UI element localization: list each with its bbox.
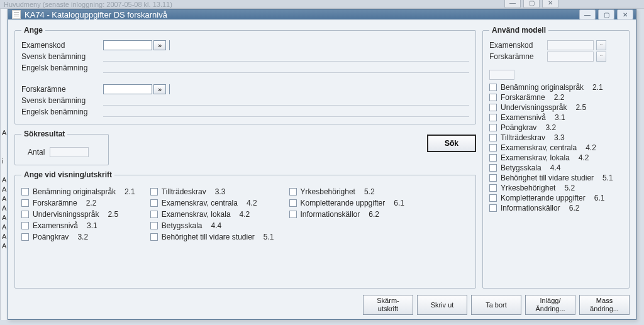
checkbox[interactable] [150,199,158,207]
window-controls: — ▢ ✕ [579,9,633,19]
visning-row: Yrkesbehörighet5.2 [289,187,404,197]
checkbox-label: Behörighet till vidare studier [501,174,594,182]
modell-row: Kompletterande uppgifter6.1 [489,193,623,203]
svensk-benamning-field-1 [103,52,469,62]
checkbox-label: Forskarämne [501,93,545,102]
background-list-item: A [1,185,8,194]
checkbox[interactable] [489,204,497,212]
checkbox[interactable] [21,233,29,241]
checkbox[interactable] [489,84,497,91]
checkbox-number: 3.2 [77,233,88,241]
modell-legend: Använd modell [489,26,548,35]
parent-maximize-button[interactable]: ▢ [523,0,540,8]
modell-stub-field [489,70,514,80]
modell-fieldset: Använd modell Examenskod ·· Forskarämne … [482,26,630,289]
forskaramne-input[interactable] [103,84,152,94]
modell-row: Benämning originalspråk2.1 [489,82,623,92]
engelsk-benamning-field-1 [103,63,469,73]
background-list-item: A [1,194,8,204]
forskaramne-picker-button[interactable]: » [153,84,166,94]
checkbox-label: Betygsskala [162,221,203,230]
checkbox-number: 2.5 [108,210,118,219]
checkbox[interactable] [489,94,497,101]
visning-column: Tillträdeskrav3.3Examenskrav, centrala4.… [150,187,274,242]
checkbox[interactable] [489,184,497,192]
checkbox-number: 5.1 [602,174,613,182]
visning-row: Behörighet till vidare studier5.1 [150,232,274,242]
checkbox[interactable] [21,188,29,196]
checkbox[interactable] [289,199,297,207]
mass-andring-button[interactable]: Massändring... [579,295,630,315]
checkbox-number: 4.4 [550,163,561,172]
checkbox-label: Examenskrav, centrala [162,199,238,207]
checkbox[interactable] [150,222,158,229]
checkbox-number: 3.1 [555,113,565,122]
checkbox[interactable] [489,114,497,121]
modell-row: Examensnivå3.1 [489,113,623,123]
examenskod-input[interactable] [103,40,152,50]
checkbox[interactable] [289,211,297,218]
checkbox-number: 4.4 [211,221,221,230]
titlebar[interactable]: KA74 - Kataloguppgifter DS forskarnivå —… [8,9,636,19]
skriv-ut-button[interactable]: Skriv ut [417,295,467,315]
background-list-item: A [1,204,8,213]
checkbox-label: Kompletterande uppgifter [501,194,586,202]
maximize-button[interactable]: ▢ [598,9,614,19]
checkbox-label: Examenskrav, centrala [501,143,577,152]
background-list-item: i [1,157,8,166]
checkbox-label: Poängkrav [33,233,69,241]
checkbox-number: 6.2 [369,210,379,219]
checkbox[interactable] [489,144,497,151]
checkbox[interactable] [489,134,497,141]
ange-legend: Ange [21,26,45,35]
checkbox[interactable] [489,154,497,162]
examenskod-label: Examenskod [21,41,102,50]
checkbox-number: 5.2 [364,187,375,196]
checkbox[interactable] [289,188,297,196]
modell-forskaramne-label: Forskarämne [489,52,545,61]
close-button[interactable]: ✕ [617,9,633,19]
parent-minimize-button[interactable]: — [504,0,521,8]
checkbox[interactable] [489,164,497,172]
checkbox-number: 4.2 [586,143,596,152]
checkbox-label: Tillträdeskrav [162,187,206,196]
sok-button[interactable]: Sök [427,135,476,152]
svensk-benamning-field-2 [103,96,469,106]
visning-row: Examensnivå3.1 [21,221,135,231]
sokresultat-legend: Sökresultat [21,129,67,138]
checkbox[interactable] [489,174,497,182]
background-list-item [1,138,8,147]
modell-row: Examenskrav, lokala4.2 [489,153,623,163]
background-list-item [1,166,8,175]
ta-bort-button[interactable]: Ta bort [471,295,521,315]
svensk-benamning-label-2: Svensk benämning [21,96,102,105]
checkbox[interactable] [489,124,497,131]
checkbox[interactable] [150,188,158,196]
checkbox-number: 2.1 [125,187,135,196]
document-icon [12,10,21,19]
modell-forskaramne-picker[interactable]: ·· [596,52,606,62]
checkbox[interactable] [21,199,29,207]
inlagg-andring-button[interactable]: Inlägg/Ändring... [525,295,575,315]
checkbox[interactable] [489,104,497,111]
visning-row: Forskarämne2.2 [21,198,135,208]
checkbox-label: Betygsskala [501,163,541,172]
visning-row: Examenskrav, centrala4.2 [150,198,274,208]
modell-examenskod-picker[interactable]: ·· [596,40,606,50]
examenskod-picker-button[interactable]: » [153,40,166,50]
parent-close-button[interactable]: ✕ [542,0,558,8]
visning-row: Tillträdeskrav3.3 [150,187,274,197]
parent-window-title: Huvudmeny (senaste inloggning: 2007-05-0… [4,1,172,8]
checkbox-number: 5.2 [564,184,575,192]
visning-row: Betygsskala4.4 [150,221,274,231]
checkbox[interactable] [21,222,29,229]
checkbox[interactable] [150,211,158,218]
modell-examenskod-field [547,40,594,50]
checkbox-label: Tillträdeskrav [501,133,545,142]
checkbox[interactable] [489,194,497,202]
checkbox[interactable] [150,233,158,241]
checkbox[interactable] [21,211,29,218]
visning-row: Benämning originalspråk2.1 [21,187,135,197]
minimize-button[interactable]: — [579,9,596,19]
skarmutskrift-button[interactable]: Skärm-utskrift [363,295,413,315]
